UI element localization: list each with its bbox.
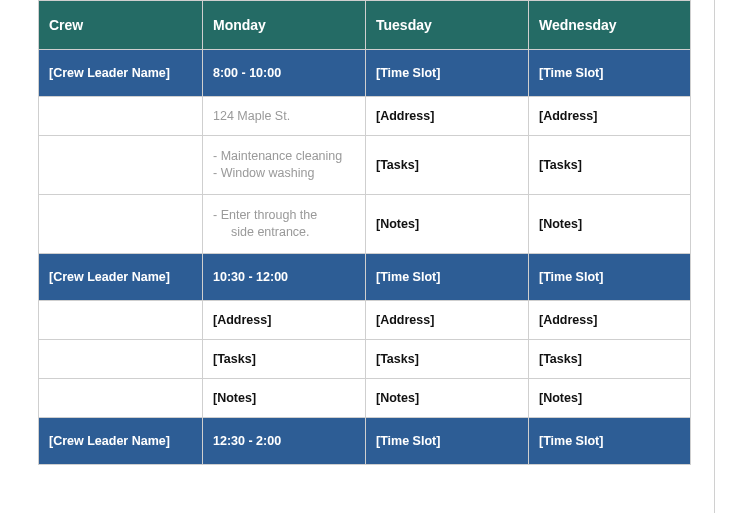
- address-row: 124 Maple St. [Address] [Address]: [39, 97, 691, 136]
- empty-cell: [39, 194, 203, 253]
- wednesday-address-cell: [Address]: [529, 97, 691, 136]
- empty-cell: [39, 378, 203, 417]
- wednesday-time-cell: [Time Slot]: [529, 253, 691, 300]
- table-header-row: Crew Monday Tuesday Wednesday: [39, 1, 691, 50]
- tuesday-time-cell: [Time Slot]: [366, 417, 529, 464]
- task-line: - Maintenance cleaning: [213, 148, 355, 165]
- tasks-row: [Tasks] [Tasks] [Tasks]: [39, 339, 691, 378]
- header-crew: Crew: [39, 1, 203, 50]
- time-slot-row: [Crew Leader Name] 12:30 - 2:00 [Time Sl…: [39, 417, 691, 464]
- monday-time-cell: 10:30 - 12:00: [203, 253, 366, 300]
- monday-time-cell: 12:30 - 2:00: [203, 417, 366, 464]
- wednesday-time-cell: [Time Slot]: [529, 417, 691, 464]
- tuesday-time-cell: [Time Slot]: [366, 50, 529, 97]
- monday-address-text: 124 Maple St.: [213, 109, 290, 123]
- task-line: - Window washing: [213, 165, 355, 182]
- tuesday-tasks-cell: [Tasks]: [366, 136, 529, 195]
- wednesday-notes-cell: [Notes]: [529, 194, 691, 253]
- monday-tasks-cell: - Maintenance cleaning - Window washing: [203, 136, 366, 195]
- time-slot-row: [Crew Leader Name] 8:00 - 10:00 [Time Sl…: [39, 50, 691, 97]
- tuesday-tasks-cell: [Tasks]: [366, 339, 529, 378]
- time-slot-row: [Crew Leader Name] 10:30 - 12:00 [Time S…: [39, 253, 691, 300]
- notes-row: [Notes] [Notes] [Notes]: [39, 378, 691, 417]
- note-line: - Enter through the: [213, 207, 355, 224]
- tuesday-notes-cell: [Notes]: [366, 378, 529, 417]
- empty-cell: [39, 136, 203, 195]
- address-row: [Address] [Address] [Address]: [39, 300, 691, 339]
- empty-cell: [39, 300, 203, 339]
- monday-address-cell: 124 Maple St.: [203, 97, 366, 136]
- wednesday-notes-cell: [Notes]: [529, 378, 691, 417]
- wednesday-time-cell: [Time Slot]: [529, 50, 691, 97]
- empty-cell: [39, 339, 203, 378]
- crew-leader-cell: [Crew Leader Name]: [39, 50, 203, 97]
- crew-leader-cell: [Crew Leader Name]: [39, 417, 203, 464]
- tuesday-notes-cell: [Notes]: [366, 194, 529, 253]
- wednesday-tasks-cell: [Tasks]: [529, 339, 691, 378]
- monday-notes-cell: [Notes]: [203, 378, 366, 417]
- tasks-row: - Maintenance cleaning - Window washing …: [39, 136, 691, 195]
- schedule-table: Crew Monday Tuesday Wednesday [Crew Lead…: [38, 0, 691, 465]
- monday-address-cell: [Address]: [203, 300, 366, 339]
- page-right-edge: [714, 0, 715, 513]
- tuesday-address-cell: [Address]: [366, 300, 529, 339]
- crew-leader-cell: [Crew Leader Name]: [39, 253, 203, 300]
- wednesday-tasks-cell: [Tasks]: [529, 136, 691, 195]
- tuesday-time-cell: [Time Slot]: [366, 253, 529, 300]
- notes-row: - Enter through the side entrance. [Note…: [39, 194, 691, 253]
- monday-time-cell: 8:00 - 10:00: [203, 50, 366, 97]
- monday-notes-cell: - Enter through the side entrance.: [203, 194, 366, 253]
- monday-tasks-cell: [Tasks]: [203, 339, 366, 378]
- wednesday-address-cell: [Address]: [529, 300, 691, 339]
- note-line: side entrance.: [213, 224, 355, 241]
- header-tuesday: Tuesday: [366, 1, 529, 50]
- empty-cell: [39, 97, 203, 136]
- schedule-page: Crew Monday Tuesday Wednesday [Crew Lead…: [0, 0, 720, 465]
- header-monday: Monday: [203, 1, 366, 50]
- tuesday-address-cell: [Address]: [366, 97, 529, 136]
- header-wednesday: Wednesday: [529, 1, 691, 50]
